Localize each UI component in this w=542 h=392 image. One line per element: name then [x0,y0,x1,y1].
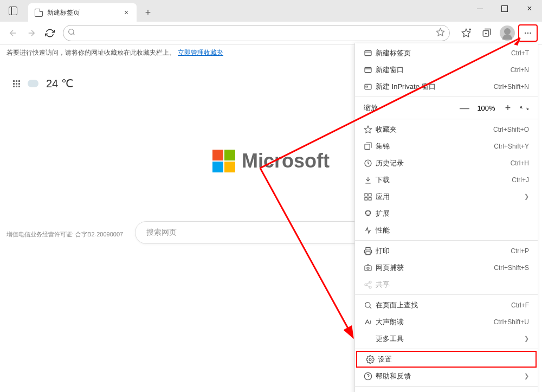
profile-button[interactable] [498,24,517,42]
extensions-icon [364,209,376,218]
zoom-out-button[interactable]: — [456,100,473,116]
refresh-button[interactable] [41,24,59,42]
svg-rect-11 [365,67,371,72]
footer-license: 增值电信业务经营许可证: 合字B2-20090007 [7,230,123,239]
menu-new-inprivate[interactable]: 新建 InPrivate 窗口 Ctrl+Shift+N [355,78,538,95]
svg-point-8 [530,32,531,33]
svg-rect-9 [365,50,371,55]
menu-zoom: 缩放 — 100% + [355,99,538,117]
minimize-button[interactable] [467,0,492,17]
read-aloud-icon [364,318,376,326]
back-button[interactable] [4,24,22,42]
temperature[interactable]: 24 ℃ [46,77,73,90]
svg-point-7 [527,32,528,33]
menu-new-tab[interactable]: 新建标签页 Ctrl+T [355,44,538,61]
svg-point-27 [365,302,370,307]
chevron-right-icon: ❯ [524,193,529,200]
svg-point-25 [365,284,367,286]
svg-point-28 [369,358,371,361]
svg-point-0 [69,29,74,34]
titlebar: 新建标签页 × + × [0,0,542,22]
menu-help[interactable]: 帮助和反馈 ❯ [355,368,538,384]
menu-favorites[interactable]: 收藏夹 Ctrl+Shift+O [355,121,538,138]
new-tab-favicon [35,9,43,17]
svg-rect-22 [365,266,371,271]
zoom-value: 100% [473,104,500,112]
maximize-button[interactable] [492,0,517,17]
menu-settings[interactable]: 设置 [356,351,537,368]
collections-button[interactable] [477,24,496,42]
apps-icon [364,192,376,201]
app-launcher-button[interactable] [13,80,20,87]
new-tab-button[interactable]: + [140,4,156,21]
svg-point-6 [525,32,526,33]
search-placeholder: 搜索网页 [146,228,177,237]
capture-icon [364,264,376,272]
search-icon [68,28,75,37]
more-menu-button[interactable] [518,24,538,42]
menu-collections[interactable]: 集锦 Ctrl+Shift+Y [355,138,538,155]
performance-icon [364,226,376,235]
share-icon [364,280,376,289]
new-tab-icon [364,49,376,57]
svg-rect-14 [366,86,367,87]
manage-favorites-link[interactable]: 立即管理收藏夹 [178,48,223,57]
svg-rect-17 [365,194,367,196]
close-tab-button[interactable]: × [121,8,131,17]
svg-rect-21 [366,252,370,254]
gear-icon [366,355,378,364]
download-icon [364,176,376,184]
microsoft-squares-icon [212,150,235,172]
zoom-in-button[interactable]: + [500,100,516,116]
svg-point-23 [367,267,369,269]
chevron-right-icon: ❯ [524,335,529,342]
brand-text: Microsoft [242,150,330,172]
chevron-right-icon: ❯ [524,372,529,380]
menu-read-aloud[interactable]: 大声朗读 Ctrl+Shift+U [355,313,538,330]
window-icon [364,66,376,74]
print-icon [364,247,376,255]
address-bar[interactable] [63,25,450,41]
tab-actions-button[interactable] [0,0,26,22]
favorite-star-button[interactable] [436,28,445,38]
favorites-button[interactable] [456,24,476,42]
svg-point-26 [369,286,371,288]
bookmarks-hint: 若要进行快速访问，请将你的网址收藏放在此收藏夹栏上。 [7,48,176,57]
svg-rect-19 [365,197,367,200]
browser-tab[interactable]: 新建标签页 × [28,3,137,22]
svg-rect-20 [369,197,371,200]
collections-icon [364,142,376,151]
menu-more-tools[interactable]: 更多工具 ❯ [355,330,538,347]
svg-rect-15 [365,144,370,149]
forward-button[interactable] [23,24,40,42]
star-icon [364,125,376,134]
menu-performance[interactable]: 性能 [355,222,538,239]
microsoft-logo: Microsoft [212,150,330,172]
avatar-icon [500,25,515,41]
menu-close-edge[interactable]: 关闭 Microsoft Edge [355,388,538,392]
history-icon [364,159,376,168]
menu-apps[interactable]: 应用 ❯ [355,188,538,205]
tab-title: 新建标签页 [47,8,117,17]
close-window-button[interactable]: × [517,0,542,17]
menu-extensions[interactable]: 扩展 [355,205,538,222]
find-icon [364,301,376,310]
tab-strip-icon [9,7,17,15]
menu-history[interactable]: 历史记录 Ctrl+H [355,155,538,171]
svg-point-29 [364,372,371,380]
more-menu: 新建标签页 Ctrl+T 新建窗口 Ctrl+N 新建 InPrivate 窗口… [354,43,538,392]
svg-rect-18 [369,194,371,196]
fullscreen-button[interactable] [516,100,532,116]
menu-share: 共享 [355,276,538,293]
menu-new-window[interactable]: 新建窗口 Ctrl+N [355,61,538,78]
menu-web-capture[interactable]: 网页捕获 Ctrl+Shift+S [355,259,538,276]
svg-point-24 [369,281,371,283]
window-controls: × [467,0,542,17]
weather-icon [28,80,38,87]
help-icon [364,372,376,381]
menu-print[interactable]: 打印 Ctrl+P [355,242,538,259]
inprivate-icon [364,82,376,91]
menu-find[interactable]: 在页面上查找 Ctrl+F [355,297,538,313]
toolbar [0,22,542,44]
menu-downloads[interactable]: 下载 Ctrl+J [355,171,538,188]
